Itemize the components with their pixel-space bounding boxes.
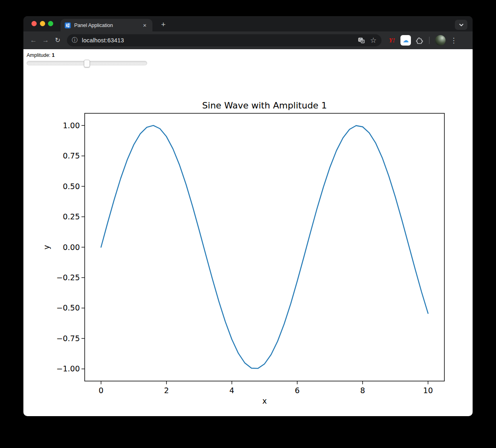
x-tick-label: 6 [295, 386, 300, 395]
y-tick-label: 0.00 [63, 243, 80, 252]
y-tick-label: 1.00 [63, 121, 80, 130]
slider-label-text: Amplitude: [27, 52, 50, 58]
y-tick-label: −0.25 [56, 273, 80, 282]
cloud-icon: ☁ [403, 37, 409, 44]
plot-frame [85, 113, 444, 381]
browser-window: Panel Application × + ← → ↻ ⓘ localhost:… [23, 16, 473, 416]
minimize-window-button[interactable] [40, 21, 45, 26]
slider-handle[interactable] [84, 60, 90, 67]
y-tick-label: −1.00 [56, 364, 80, 373]
sine-wave-chart: Sine Wave with Amplitude 1 0246810−1.00−… [38, 93, 450, 411]
toolbar-separator [429, 37, 429, 44]
tab-title: Panel Application [74, 23, 138, 28]
page-content: Amplitude: 1 Sine Wave with Amplitude 1 … [23, 49, 473, 416]
site-info-icon[interactable]: ⓘ [72, 37, 77, 44]
translate-icon[interactable]: G [358, 37, 365, 44]
panel-favicon-icon [65, 22, 71, 29]
forward-button[interactable]: → [40, 34, 52, 46]
amplitude-slider[interactable] [27, 61, 147, 65]
back-button[interactable]: ← [27, 34, 40, 46]
y-tick-label: 0.25 [63, 212, 80, 221]
x-tick-label: 10 [423, 386, 433, 395]
tab-strip: Panel Application × + [23, 16, 473, 31]
y-tick-label: −0.50 [56, 303, 80, 312]
extension-icons: Y! ☁ ⋮ [386, 35, 458, 46]
yahoo-extension-icon[interactable]: Y! [386, 37, 398, 44]
new-tab-button[interactable]: + [157, 19, 169, 31]
y-tick-label: −0.75 [56, 334, 80, 343]
zoom-window-button[interactable] [48, 21, 53, 26]
browser-tab[interactable]: Panel Application × [60, 19, 152, 31]
tab-search-button[interactable] [455, 20, 467, 30]
tab-close-icon[interactable]: × [141, 22, 148, 29]
x-tick-label: 2 [164, 386, 169, 395]
y-tick-label: 0.50 [63, 182, 80, 191]
close-window-button[interactable] [31, 21, 37, 26]
y-axis-label: y [42, 245, 51, 249]
slider-value: 1 [52, 52, 55, 58]
y-tick-label: 0.75 [63, 151, 80, 160]
amplitude-slider-label: Amplitude: 1 [27, 52, 55, 58]
chevron-down-icon [459, 23, 464, 27]
bookmark-star-icon[interactable]: ☆ [370, 36, 377, 45]
extensions-puzzle-icon[interactable] [414, 36, 425, 44]
sine-line [101, 125, 428, 368]
icloud-extension-icon[interactable]: ☁ [400, 35, 411, 46]
reload-button[interactable]: ↻ [52, 34, 64, 46]
browser-menu-icon[interactable]: ⋮ [449, 36, 458, 45]
x-tick-label: 0 [98, 386, 103, 395]
profile-avatar[interactable] [435, 35, 446, 46]
x-tick-label: 8 [360, 386, 365, 395]
browser-toolbar: ← → ↻ ⓘ localhost:63413 G ☆ Y! ☁ [23, 31, 473, 49]
chart-title: Sine Wave with Amplitude 1 [202, 100, 327, 110]
traffic-lights [31, 21, 53, 26]
url-text[interactable]: localhost:63413 [82, 37, 124, 44]
x-tick-label: 4 [229, 386, 234, 395]
address-bar[interactable]: ⓘ localhost:63413 G ☆ [67, 34, 381, 46]
x-axis-label: x [262, 396, 267, 405]
